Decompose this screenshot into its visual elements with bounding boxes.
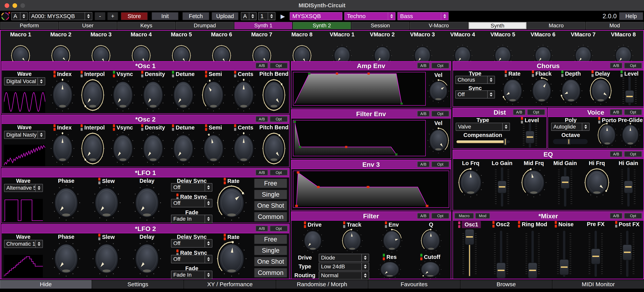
ab-button[interactable]: A/B [256,226,268,232]
dropdown-arrows-icon[interactable] [362,272,369,279]
knob-vmacro-8[interactable] [614,38,634,60]
knob-vmacro-3[interactable] [412,38,432,60]
ab-button[interactable]: A/B [513,109,525,115]
tab-session[interactable]: Session [352,22,409,29]
knob-index-osc-2[interactable] [50,132,75,166]
wave-select-lfo-2[interactable]: Chromatic 16 [4,240,43,248]
ab-button[interactable]: A/B [610,151,622,157]
bottom-button-midi-monitor[interactable]: MIDI Monitor [552,280,644,288]
opt-button[interactable]: Opt [527,109,545,115]
knob-phase-lfo-2[interactable] [52,240,80,277]
slider-handle[interactable] [465,229,474,245]
knob-drive-filter[interactable] [302,228,324,253]
bottom-button-xy-performance[interactable]: XY / Performance [184,280,276,288]
slider-handle[interactable] [526,131,534,144]
opt-button[interactable]: Opt [432,63,449,68]
knob-vmacro-6[interactable] [533,38,553,60]
store-button[interactable]: Store [121,12,148,20]
fader-ring-mod[interactable] [524,231,541,277]
opt-button[interactable]: Opt [270,116,288,122]
mode-button-common[interactable]: Common [254,268,287,278]
slider-dist-level[interactable] [521,122,538,148]
fader-osc2[interactable] [492,231,510,277]
knob-res-filter[interactable] [378,260,401,279]
select-chorus-sync[interactable]: Off [455,90,495,98]
select-rate-sync-lfo-2[interactable]: Off [171,255,212,263]
ab-button[interactable]: A/B [610,213,622,219]
knob-vmacro-2[interactable] [372,38,392,60]
dropdown-arrows-icon[interactable] [205,184,212,191]
knob-depth-chorus[interactable] [560,76,583,105]
opt-button[interactable]: Opt [624,63,642,68]
opt-button[interactable]: Opt [624,151,642,157]
slider-handle[interactable] [504,138,507,146]
knob-slew-lfo-2[interactable] [92,240,121,277]
knob-q-filter[interactable] [420,228,442,253]
tab-synth-1[interactable]: Synth 1 [234,22,292,29]
tab-macro[interactable]: Macro [527,22,585,29]
knob-rate-lfo-1[interactable] [216,184,247,221]
stepper-arrows-icon[interactable] [388,12,395,20]
opt-button[interactable]: Opt [270,226,288,232]
knob-phase-lfo-1[interactable] [52,184,80,221]
knob-fback-chorus[interactable] [530,76,553,105]
slider-handle[interactable] [625,90,634,103]
knob-rate-lfo-2[interactable] [216,240,247,277]
select-delay-sync-lfo-1[interactable]: Off [171,183,212,192]
mixer-mod-button[interactable]: Mod [475,213,490,219]
wave-select-osc-2[interactable]: Digital Nasty 2 [4,131,45,139]
knob-cents-osc-1[interactable] [232,78,256,112]
knob-macro-7[interactable] [252,38,272,60]
mode-button-single[interactable]: Single [254,190,287,199]
slider-hi-gain-eq[interactable] [620,167,637,206]
dropdown-arrows-icon[interactable] [35,240,42,248]
dropdown-arrows-icon[interactable] [205,240,212,247]
dropdown-arrows-icon[interactable] [205,215,212,223]
mode-button-free[interactable]: Free [254,234,287,244]
knob-detune-osc-2[interactable] [171,132,196,166]
mixer-macro-button[interactable]: Macro [454,213,474,219]
ab-button[interactable]: A/B [256,116,268,122]
knob-macro-4[interactable] [131,38,151,60]
knob-env-filter[interactable] [381,228,402,253]
dropdown-arrows-icon[interactable] [38,78,45,85]
knob-interpol-osc-1[interactable] [80,78,105,112]
opt-button[interactable]: Opt [270,170,288,176]
dropdown-arrows-icon[interactable] [205,255,212,263]
tab-perform[interactable]: Perform [0,22,58,29]
knob-macro-5[interactable] [172,38,192,60]
select-dist-type[interactable]: Valve [456,123,510,131]
knob-pre-glide-voice[interactable] [620,122,640,148]
opt-button[interactable]: Opt [432,162,449,167]
knob-track-filter[interactable] [342,228,363,253]
dropdown-arrows-icon[interactable] [487,91,494,98]
knob-vmacro-4[interactable] [452,38,472,60]
fader-noise[interactable] [556,231,573,277]
bottom-button-favourites[interactable]: Favourites [368,280,460,288]
slider-handle[interactable] [561,176,570,189]
ab-button[interactable]: A/B [256,63,268,68]
slider-voice-octave[interactable] [553,137,588,146]
patch-name-field[interactable]: MYSXSQB [290,12,342,20]
select-voice-poly[interactable]: Autoglide [551,123,590,131]
ab-button[interactable]: A/B [417,111,430,116]
select-filter-type[interactable]: Low 24dB [319,262,369,271]
knob-vel-filter-env[interactable] [427,127,450,154]
knob-macro-2[interactable] [51,38,71,60]
knob-mid-frq-eq[interactable] [521,167,547,198]
init-button[interactable]: Init [152,12,178,20]
wave-select-osc-1[interactable]: Digital Vocal 1 [4,77,45,86]
slider-handle[interactable] [528,262,537,278]
fader-osc1[interactable] [461,231,478,277]
dropdown-arrows-icon[interactable] [205,271,212,279]
ab-button[interactable]: A/B [610,109,622,115]
knob-detune-osc-1[interactable] [171,78,196,112]
mode-button-one-shot[interactable]: One Shot [254,201,287,210]
dropdown-arrows-icon[interactable] [35,184,42,192]
knob-interpol-osc-2[interactable] [80,132,105,166]
knob-macro-1[interactable] [10,38,30,60]
knob-slew-lfo-1[interactable] [92,184,121,221]
slider-handle[interactable] [498,180,506,193]
select-fade-lfo-1[interactable]: Fade In [171,215,212,223]
filter-env-display[interactable] [293,120,426,156]
